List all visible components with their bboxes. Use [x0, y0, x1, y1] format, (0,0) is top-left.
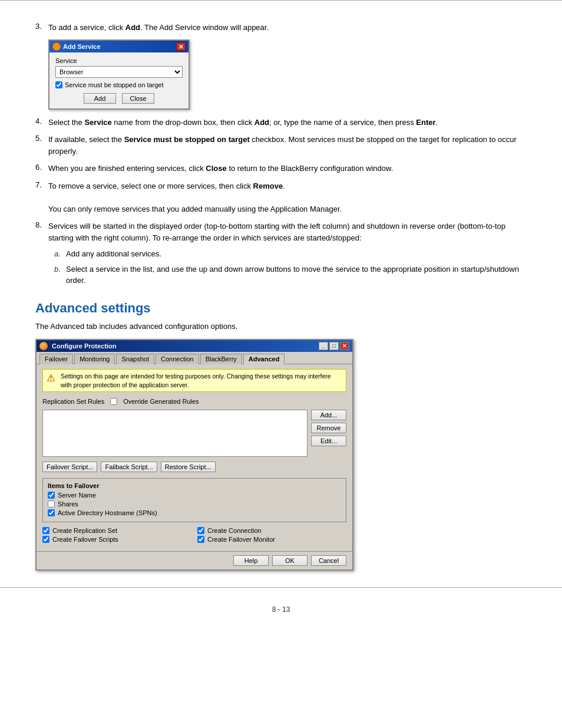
stopped-on-target-row: Service must be stopped on target: [55, 81, 183, 88]
help-button[interactable]: Help: [233, 555, 269, 566]
ok-button[interactable]: OK: [272, 555, 308, 566]
config-titlebar-left: Configure Protection: [39, 342, 116, 350]
config-dialog-title: Configure Protection: [52, 342, 116, 350]
step-8: 8. Services will be started in the displ…: [35, 220, 527, 290]
step-8-sub-b: b. Select a service in the list, and use…: [54, 263, 527, 286]
replication-row: Replication Set Rules Override Generated…: [42, 398, 346, 405]
create-failover-monitor-checkbox[interactable]: [197, 536, 204, 543]
step-8-sub-a: a. Add any additional services.: [54, 248, 527, 260]
dialog-icon: [52, 42, 61, 51]
dialog-title: Add Service: [63, 43, 101, 50]
step-3: 3. To add a service, click Add. The Add …: [35, 22, 527, 34]
step-4-bold-service: Service: [84, 118, 111, 127]
sub-a-letter: a.: [54, 248, 66, 260]
cancel-button[interactable]: Cancel: [311, 555, 346, 566]
step-7-text: To remove a service, select one or more …: [48, 180, 527, 215]
create-connection-checkbox[interactable]: [197, 527, 204, 534]
items-to-failover-group: Items to Failover Server Name Shares Act…: [42, 478, 346, 522]
config-body: ⚠ Settings on this page are intended for…: [37, 364, 352, 551]
step-5-bold: Service must be stopped on target: [124, 135, 250, 144]
create-failover-monitor-label: Create Failover Monitor: [207, 536, 275, 543]
rules-listbox[interactable]: [42, 410, 308, 457]
add-service-close-button[interactable]: Close: [122, 93, 154, 104]
step-8-number: 8.: [35, 220, 48, 229]
stopped-on-target-label: Service must be stopped on target: [65, 81, 164, 88]
shares-checkbox[interactable]: [48, 500, 55, 508]
sub-b-text: Select a service in the list, and use th…: [66, 263, 527, 286]
add-service-titlebar: Add Service ✕: [49, 41, 189, 52]
ad-hostname-label: Active Directory Hostname (SPNs): [58, 509, 157, 516]
dialog-close-btn[interactable]: ✕: [176, 42, 186, 51]
step-7-number: 7.: [35, 180, 48, 189]
service-dropdown[interactable]: Browser: [55, 66, 183, 78]
tab-monitoring[interactable]: Monitoring: [74, 354, 115, 364]
advanced-settings-heading: Advanced settings: [35, 301, 527, 316]
config-dialog-icon: [39, 342, 48, 350]
override-checkbox[interactable]: [110, 398, 117, 405]
step-6-bold-close: Close: [206, 164, 226, 173]
warning-text: Settings on this page are intended for t…: [61, 372, 342, 389]
ad-hostname-row: Active Directory Hostname (SPNs): [48, 509, 341, 516]
bottom-rule: [0, 587, 562, 588]
advanced-settings-intro: The Advanced tab includes advanced confi…: [35, 321, 527, 332]
create-failover-scripts-row: Create Failover Scripts: [42, 536, 191, 543]
minimize-button[interactable]: _: [319, 342, 328, 350]
tab-advanced[interactable]: Advanced: [243, 354, 285, 364]
page-footer: 8 - 13: [0, 599, 562, 620]
shares-row: Shares: [48, 500, 341, 508]
step-7-bold-remove: Remove: [253, 182, 283, 190]
override-label: Override Generated Rules: [123, 398, 199, 405]
tab-failover[interactable]: Failover: [39, 354, 73, 364]
failover-script-button[interactable]: Failover Script...: [42, 462, 97, 472]
rules-add-button[interactable]: Add...: [311, 410, 346, 420]
step-5-text: If available, select the Service must be…: [48, 134, 527, 157]
create-connection-row: Create Connection: [197, 527, 346, 534]
step-4-number: 4.: [35, 117, 48, 126]
step-4: 4. Select the Service name from the drop…: [35, 117, 527, 129]
server-name-label: Server Name: [58, 492, 96, 499]
tab-snapshot[interactable]: Snapshot: [116, 354, 154, 364]
tab-connection[interactable]: Connection: [156, 354, 199, 364]
config-titlebar: Configure Protection _ □ ✕: [37, 340, 352, 352]
rules-remove-button[interactable]: Remove: [311, 423, 346, 433]
dialog-buttons: Add Close: [55, 93, 183, 104]
add-service-add-button[interactable]: Add: [84, 93, 116, 104]
service-label: Service: [55, 57, 183, 64]
step-7-sub-note: You can only remove services that you ad…: [48, 205, 342, 213]
step-4-bold-add: Add: [254, 118, 269, 127]
configure-protection-dialog: Configure Protection _ □ ✕ Failover Moni…: [35, 339, 353, 571]
ad-hostname-checkbox[interactable]: [48, 509, 55, 516]
create-failover-scripts-checkbox[interactable]: [42, 536, 49, 543]
tab-blackberry[interactable]: BlackBerry: [200, 354, 242, 364]
create-failover-scripts-label: Create Failover Scripts: [52, 536, 118, 543]
config-tabs: Failover Monitoring Snapshot Connection …: [37, 352, 352, 364]
rules-edit-button[interactable]: Edit...: [311, 436, 346, 446]
items-failover-legend: Items to Failover: [48, 482, 341, 489]
warning-row: ⚠ Settings on this page are intended for…: [42, 369, 346, 392]
config-main-area: Add... Remove Edit...: [42, 410, 346, 457]
step-6-text: When you are finished entering services,…: [48, 163, 527, 174]
create-connection-label: Create Connection: [207, 527, 262, 534]
page-container: 3. To add a service, click Add. The Add …: [0, 0, 562, 728]
script-buttons: Failover Script... Failback Script... Re…: [42, 462, 346, 472]
step-3-number: 3.: [35, 22, 48, 31]
config-footer: Help OK Cancel: [37, 551, 352, 569]
restore-button[interactable]: □: [329, 342, 339, 350]
step-4-bold-enter: Enter: [416, 118, 435, 127]
step-8-sub-list: a. Add any additional services. b. Selec…: [54, 248, 527, 286]
server-name-checkbox[interactable]: [48, 492, 55, 499]
create-failover-monitor-row: Create Failover Monitor: [197, 536, 346, 543]
add-service-dialog-wrapper: Add Service ✕ Service Browser Service mu…: [48, 39, 527, 110]
config-titlebar-buttons: _ □ ✕: [319, 342, 349, 350]
stopped-on-target-checkbox[interactable]: [55, 81, 62, 88]
restore-script-button[interactable]: Restore Script...: [161, 462, 216, 472]
failback-script-button[interactable]: Failback Script...: [101, 462, 157, 472]
config-close-button[interactable]: ✕: [340, 342, 349, 350]
sub-b-letter: b.: [54, 263, 66, 275]
step-3-bold: Add: [125, 23, 140, 32]
step-8-text: Services will be started in the displaye…: [48, 220, 527, 290]
sub-a-text: Add any additional services.: [66, 248, 527, 260]
replication-label: Replication Set Rules: [42, 398, 104, 405]
create-replication-row: Create Replication Set: [42, 527, 191, 534]
create-replication-checkbox[interactable]: [42, 527, 49, 534]
